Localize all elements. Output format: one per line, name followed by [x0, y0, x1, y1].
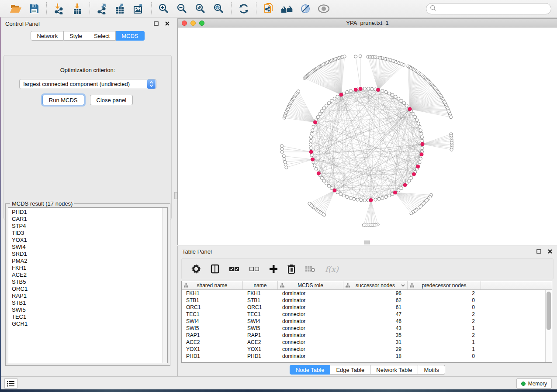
- cell-predecessor-nodes[interactable]: 2: [408, 318, 481, 324]
- search-input[interactable]: [436, 4, 551, 13]
- cell-MCDS-role[interactable]: dominator: [278, 297, 343, 303]
- column-header-predecessor-nodes[interactable]: predecessor nodes: [408, 281, 481, 289]
- save-session-icon[interactable]: [27, 2, 41, 15]
- add-icon[interactable]: [269, 265, 278, 273]
- cell-name[interactable]: SWI4: [243, 318, 278, 324]
- cell-name[interactable]: FKH1: [243, 290, 278, 296]
- cell-successor-nodes[interactable]: 43: [343, 325, 408, 331]
- mcds-result-item[interactable]: PHD1: [8, 209, 162, 216]
- cell-predecessor-nodes[interactable]: 1: [408, 346, 481, 352]
- zoom-fit-icon[interactable]: [194, 2, 208, 15]
- network-canvas[interactable]: [178, 28, 557, 245]
- open-file-icon[interactable]: [9, 2, 23, 15]
- table-row[interactable]: STB1STB1dominator620: [182, 297, 545, 304]
- column-header-name[interactable]: name: [243, 281, 278, 289]
- mcds-result-item[interactable]: STB5: [8, 279, 162, 285]
- cell-shared-name[interactable]: YOX1: [182, 346, 243, 352]
- close-table-panel-icon[interactable]: [547, 248, 554, 255]
- visual-style-toggle-icon[interactable]: [298, 2, 312, 15]
- mcds-result-item[interactable]: STP4: [8, 223, 162, 230]
- cell-successor-nodes[interactable]: 35: [343, 332, 408, 338]
- cell-name[interactable]: PHD1: [243, 353, 278, 359]
- cell-MCDS-role[interactable]: dominator: [278, 318, 343, 324]
- import-table-icon[interactable]: [70, 2, 84, 15]
- mcds-result-item[interactable]: RAP1: [8, 292, 162, 299]
- cell-MCDS-role[interactable]: connector: [278, 311, 343, 317]
- zoom-in-icon[interactable]: [157, 2, 171, 15]
- table-scrollbar-thumb[interactable]: [547, 292, 551, 330]
- network-titlebar[interactable]: YPA_prune.txt_1: [178, 19, 557, 28]
- graph-svg[interactable]: [178, 28, 557, 245]
- table-row[interactable]: FKH1FKH1dominator962: [182, 290, 545, 297]
- cell-predecessor-nodes[interactable]: 2: [408, 332, 481, 338]
- mcds-result-item[interactable]: ACE2: [8, 272, 162, 279]
- column-header-MCDS-role[interactable]: MCDS role: [278, 281, 343, 289]
- cell-successor-nodes[interactable]: 18: [343, 353, 408, 359]
- cell-predecessor-nodes[interactable]: 1: [408, 325, 481, 331]
- share-document-icon[interactable]: [262, 2, 276, 15]
- cell-MCDS-role[interactable]: dominator: [278, 304, 343, 310]
- cell-successor-nodes[interactable]: 47: [343, 311, 408, 317]
- mcds-result-item[interactable]: CAR1: [8, 216, 162, 223]
- tab-node-table[interactable]: Node Table: [290, 365, 331, 375]
- cell-MCDS-role[interactable]: dominator: [278, 353, 343, 359]
- tab-style[interactable]: Style: [64, 31, 88, 41]
- gear-icon[interactable]: [191, 264, 201, 274]
- column-header-shared-name[interactable]: shared name: [182, 281, 243, 289]
- cell-shared-name[interactable]: ORC1: [182, 304, 243, 310]
- cell-predecessor-nodes[interactable]: 2: [408, 311, 481, 317]
- cell-successor-nodes[interactable]: 29: [343, 346, 408, 352]
- cell-MCDS-role[interactable]: dominator: [278, 290, 343, 296]
- cell-name[interactable]: TEC1: [243, 311, 278, 317]
- cell-predecessor-nodes[interactable]: 0: [408, 353, 481, 359]
- cell-successor-nodes[interactable]: 96: [343, 290, 408, 296]
- import-network-icon[interactable]: [52, 2, 66, 15]
- mcds-result-item[interactable]: STB1: [8, 299, 162, 306]
- table-row[interactable]: YOX1YOX1connector291: [182, 346, 545, 353]
- memory-button[interactable]: Memory: [516, 378, 552, 389]
- close-panel-icon[interactable]: [164, 20, 171, 27]
- close-panel-button[interactable]: Close panel: [90, 95, 133, 105]
- cell-name[interactable]: ACE2: [243, 339, 278, 345]
- network-overview-icon[interactable]: [280, 2, 294, 15]
- table-row[interactable]: SWI5SWI5connector431: [182, 325, 545, 332]
- cell-MCDS-role[interactable]: connector: [278, 325, 343, 331]
- cell-successor-nodes[interactable]: 62: [343, 297, 408, 303]
- cell-shared-name[interactable]: SWI5: [182, 325, 243, 331]
- mcds-result-item[interactable]: TEC1: [8, 313, 162, 320]
- cell-shared-name[interactable]: PHD1: [182, 353, 243, 359]
- window-minimize-button[interactable]: [190, 21, 196, 26]
- tab-edge-table[interactable]: Edge Table: [330, 365, 370, 375]
- table-row[interactable]: RAP1RAP1dominator352: [182, 332, 545, 339]
- export-network-icon[interactable]: [95, 2, 109, 15]
- deselect-all-icon[interactable]: [249, 266, 259, 272]
- cell-shared-name[interactable]: FKH1: [182, 290, 243, 296]
- table-row[interactable]: ACE2ACE2connector311: [182, 339, 545, 346]
- mcds-list-scrollbar[interactable]: [162, 208, 167, 363]
- cell-predecessor-nodes[interactable]: 0: [408, 297, 481, 303]
- optimization-criterion-select[interactable]: largest connected component (undirected): [19, 79, 156, 89]
- mcds-result-item[interactable]: FKH1: [8, 265, 162, 272]
- float-panel-icon[interactable]: [152, 20, 159, 27]
- cell-predecessor-nodes[interactable]: 0: [408, 304, 481, 310]
- panel-splitter[interactable]: [174, 18, 177, 376]
- tab-select[interactable]: Select: [88, 31, 116, 41]
- column-header-successor-nodes[interactable]: successor nodes: [343, 281, 408, 289]
- cell-successor-nodes[interactable]: 31: [343, 339, 408, 345]
- mcds-result-item[interactable]: SWI5: [8, 306, 162, 313]
- cell-shared-name[interactable]: ACE2: [182, 339, 243, 345]
- mcds-result-item[interactable]: SRD1: [8, 251, 162, 258]
- zoom-out-icon[interactable]: [175, 2, 189, 15]
- table-row[interactable]: SWI4SWI4dominator462: [182, 318, 545, 325]
- mcds-result-item[interactable]: ORC1: [8, 285, 162, 292]
- cell-MCDS-role[interactable]: connector: [278, 346, 343, 352]
- cell-name[interactable]: RAP1: [243, 332, 278, 338]
- search-box[interactable]: [426, 3, 551, 14]
- zoom-selected-icon[interactable]: [212, 2, 226, 15]
- run-mcds-button[interactable]: Run MCDS: [42, 95, 84, 105]
- cell-name[interactable]: STB1: [243, 297, 278, 303]
- level-of-detail-icon[interactable]: [317, 2, 331, 15]
- columns-icon[interactable]: [211, 264, 219, 274]
- cell-predecessor-nodes[interactable]: 2: [408, 290, 481, 296]
- mcds-result-item[interactable]: YOX1: [8, 237, 162, 244]
